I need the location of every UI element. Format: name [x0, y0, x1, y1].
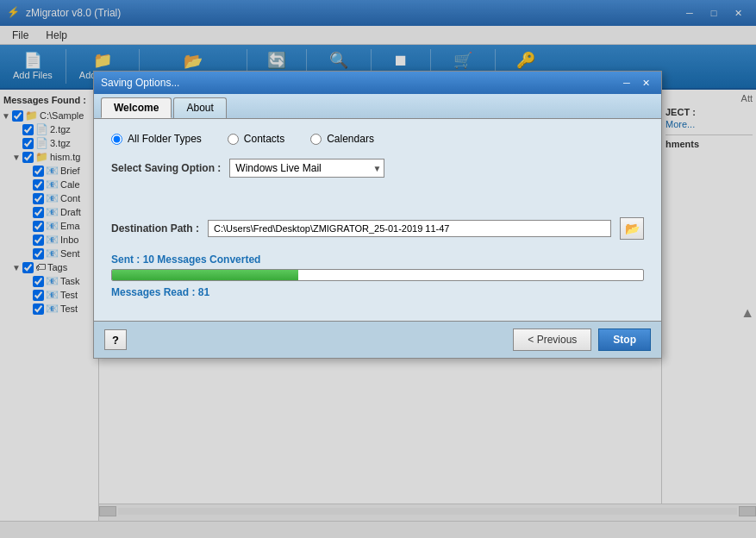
saving-option-select-wrapper: Windows Live Mail Windows Mail Outlook T… — [229, 159, 384, 178]
browse-button[interactable]: 📂 — [620, 217, 644, 240]
modal-tabs: Welcome About — [94, 94, 661, 119]
modal-title: Saving Options... — [101, 77, 618, 89]
progress-bar-background — [111, 269, 644, 281]
radio-contacts-input[interactable] — [228, 134, 239, 145]
saving-option-row: Select Saving Option : Windows Live Mail… — [111, 159, 644, 178]
tab-about[interactable]: About — [173, 97, 226, 118]
destination-input[interactable] — [208, 220, 611, 237]
stop-modal-button[interactable]: Stop — [598, 328, 651, 351]
help-button[interactable]: ? — [104, 329, 127, 350]
spacer — [111, 191, 644, 217]
modal-footer: ? < Previous Stop — [94, 321, 661, 358]
radio-contacts[interactable]: Contacts — [228, 133, 284, 145]
saving-option-label: Select Saving Option : — [111, 162, 221, 174]
tab-welcome[interactable]: Welcome — [101, 97, 172, 118]
radio-all-folder-types[interactable]: All Folder Types — [111, 133, 202, 145]
modal-titlebar: Saving Options... ─ ✕ — [94, 72, 661, 94]
radio-all-folder-input[interactable] — [111, 134, 122, 145]
messages-read: Messages Read : 81 — [111, 286, 644, 298]
progress-area: Sent : 10 Messages Converted Messages Re… — [111, 253, 644, 298]
progress-text: Sent : 10 Messages Converted — [111, 253, 644, 266]
modal-controls: ─ ✕ — [618, 75, 654, 91]
radio-all-folder-label: All Folder Types — [128, 133, 202, 145]
destination-label: Destination Path : — [111, 222, 199, 235]
radio-calendars-label: Calendars — [327, 133, 374, 145]
radio-contacts-label: Contacts — [244, 133, 284, 145]
previous-button[interactable]: < Previous — [513, 328, 591, 351]
saving-option-select[interactable]: Windows Live Mail Windows Mail Outlook T… — [229, 159, 384, 178]
messages-read-label: Messages Read : — [111, 286, 195, 298]
browse-icon: 📂 — [625, 222, 640, 235]
messages-read-value: 81 — [198, 286, 209, 298]
modal-close-button[interactable]: ✕ — [637, 75, 654, 91]
destination-path-row: Destination Path : 📂 — [111, 217, 644, 240]
radio-calendars[interactable]: Calendars — [310, 133, 374, 145]
folder-type-radio-group: All Folder Types Contacts Calendars — [111, 133, 644, 145]
saving-options-modal: Saving Options... ─ ✕ Welcome About All … — [93, 71, 662, 359]
progress-bar-fill — [112, 270, 298, 280]
modal-minimize-button[interactable]: ─ — [618, 75, 635, 91]
modal-body: All Folder Types Contacts Calendars Sele… — [94, 119, 661, 321]
radio-calendars-input[interactable] — [310, 134, 322, 145]
